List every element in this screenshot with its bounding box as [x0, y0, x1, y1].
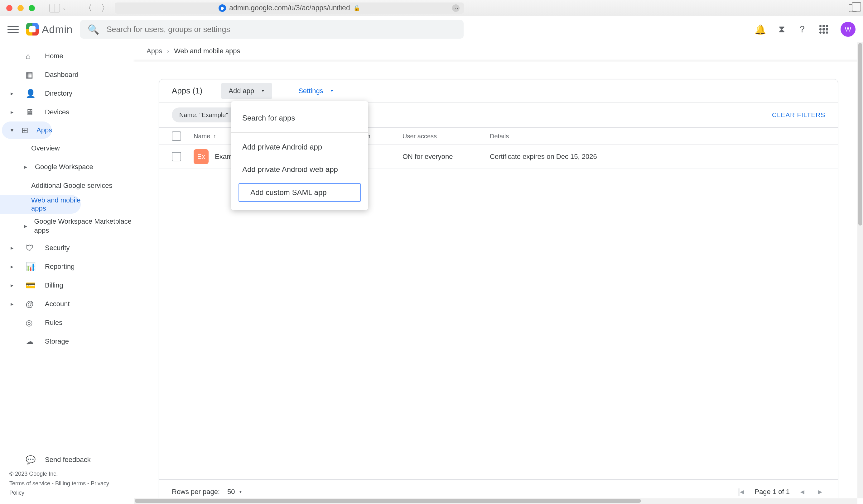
row-checkbox[interactable]: [172, 152, 181, 161]
vertical-scrollbar[interactable]: [858, 42, 863, 499]
sidebar-item-overview[interactable]: Overview: [0, 139, 134, 158]
column-header-user-access[interactable]: User access: [402, 133, 477, 140]
browser-chrome: ⌄ 〈 〉 admin.google.com/u/3/ac/apps/unifi…: [0, 0, 863, 16]
terms-of-service-link[interactable]: Terms of service: [9, 480, 50, 487]
global-search[interactable]: 🔍: [80, 20, 464, 39]
sidebar-item-reporting[interactable]: ▸📊 Reporting: [0, 257, 134, 276]
home-icon: ⌂: [26, 51, 36, 61]
add-app-dropdown: Search for apps Add private Android app …: [231, 101, 368, 210]
sidebar-item-send-feedback[interactable]: 💬 Send feedback: [0, 450, 134, 469]
chevron-right-icon: ▸: [11, 301, 17, 308]
billing-terms-link[interactable]: Billing terms: [55, 480, 86, 487]
site-identity-icon: [218, 4, 226, 12]
sidebar-item-label: Google Workspace: [35, 163, 93, 171]
google-admin-logo-icon: [26, 23, 39, 36]
chevron-right-icon: ▸: [11, 109, 17, 116]
nav-back-icon[interactable]: 〈: [84, 2, 92, 14]
sidebar-item-label: Dashboard: [45, 71, 78, 79]
select-all-checkbox[interactable]: [172, 131, 181, 141]
at-sign-icon: @: [26, 299, 36, 309]
main-menu-button[interactable]: [8, 26, 19, 33]
sidebar-item-web-mobile-apps[interactable]: Web and mobile apps: [0, 195, 81, 214]
bar-chart-icon: 📊: [26, 262, 36, 272]
tab-overview-button[interactable]: ⌄: [49, 4, 66, 12]
product-logo[interactable]: Admin: [26, 23, 73, 36]
rows-per-page-select[interactable]: 50: [227, 488, 242, 496]
page-indicator: Page 1 of 1: [754, 488, 790, 496]
avatar-initial: W: [845, 25, 851, 33]
sort-asc-icon: ↑: [213, 133, 216, 139]
nav-forward-icon[interactable]: 〉: [101, 2, 110, 14]
chevron-right-icon: ▸: [11, 90, 17, 97]
sidebar-item-google-workspace[interactable]: ▸Google Workspace: [0, 158, 134, 176]
page-actions-icon[interactable]: ⋯: [452, 4, 460, 12]
dropdown-item-custom-saml-app[interactable]: Add custom SAML app: [238, 183, 361, 202]
copy-tabs-icon[interactable]: [849, 4, 857, 12]
product-name: Admin: [42, 23, 73, 36]
account-avatar[interactable]: W: [840, 22, 855, 37]
sidebar-item-label: Directory: [45, 89, 72, 98]
first-page-icon[interactable]: |◂: [735, 487, 747, 496]
chevron-right-icon: ▸: [24, 223, 29, 230]
main-content: Apps › Web and mobile apps Apps (1) Add …: [134, 42, 863, 504]
sidebar-item-account[interactable]: ▸@ Account: [0, 295, 134, 313]
settings-button[interactable]: Settings: [291, 83, 341, 99]
breadcrumb: Apps › Web and mobile apps: [134, 42, 863, 60]
google-apps-icon[interactable]: [820, 25, 828, 34]
column-header-details[interactable]: Details: [490, 133, 825, 140]
sidebar-item-dashboard[interactable]: ▦ Dashboard: [0, 65, 134, 84]
sidebar-item-directory[interactable]: ▸👤 Directory: [0, 84, 134, 103]
search-input[interactable]: [107, 25, 456, 34]
notifications-icon[interactable]: 🔔: [754, 24, 766, 35]
sidebar-item-security[interactable]: ▸🛡 Security: [0, 238, 134, 257]
close-window-icon[interactable]: [6, 5, 12, 11]
lock-icon: 🔒: [353, 5, 360, 12]
sidebar-item-label: Additional Google services: [31, 182, 112, 190]
prev-page-icon[interactable]: ◂: [797, 487, 808, 496]
sidebar-item-label: Home: [45, 52, 63, 60]
chevron-right-icon: ▸: [11, 282, 17, 289]
add-app-button[interactable]: Add app: [221, 83, 272, 99]
dashboard-icon: ▦: [26, 70, 36, 80]
sidebar-item-devices[interactable]: ▸🖥 Devices: [0, 103, 134, 121]
maximize-window-icon[interactable]: [29, 5, 35, 11]
tasks-icon[interactable]: ⧗: [778, 24, 785, 35]
url-text: admin.google.com/u/3/ac/apps/unified: [229, 4, 350, 12]
sidebar-item-label: Apps: [37, 126, 52, 134]
chevron-right-icon: ▸: [24, 164, 30, 170]
dropdown-item-private-android-app[interactable]: Add private Android app: [231, 136, 368, 158]
sidebar-item-billing[interactable]: ▸💳 Billing: [0, 276, 134, 295]
apps-grid-icon: ⊞: [22, 126, 28, 135]
sidebar-item-marketplace-apps[interactable]: ▸Google Workspace Marketplace apps: [0, 214, 134, 238]
chevron-right-icon: ▸: [11, 245, 17, 251]
target-icon: ◎: [26, 318, 36, 328]
sidebar-item-home[interactable]: ⌂ Home: [0, 47, 134, 65]
sidebar-item-label: Security: [45, 244, 70, 252]
breadcrumb-root[interactable]: Apps: [147, 47, 162, 55]
sidebar-item-additional-services[interactable]: Additional Google services: [0, 176, 134, 195]
sidebar-item-label: Google Workspace Marketplace apps: [34, 217, 134, 235]
chip-label: Name: "Example": [179, 112, 228, 119]
dropdown-item-private-android-web-app[interactable]: Add private Android web app: [231, 158, 368, 181]
sidebar-item-rules[interactable]: ◎ Rules: [0, 313, 134, 332]
sidebar-item-apps[interactable]: ▾⊞ Apps: [2, 121, 52, 139]
sidebar-item-storage[interactable]: ☁ Storage: [0, 332, 134, 351]
horizontal-scrollbar[interactable]: [134, 499, 858, 504]
sidebar-item-label: Send feedback: [45, 456, 91, 464]
clear-filters-button[interactable]: CLEAR FILTERS: [772, 111, 825, 119]
sidebar-item-label: Devices: [45, 108, 69, 116]
devices-icon: 🖥: [26, 107, 36, 117]
help-icon[interactable]: ？: [798, 23, 807, 36]
minimize-window-icon[interactable]: [17, 5, 24, 11]
sidebar-footer: © 2023 Google Inc. Terms of service - Bi…: [0, 469, 134, 504]
dropdown-item-search-apps[interactable]: Search for apps: [231, 107, 368, 129]
sidebar-layout-icon: [49, 4, 60, 12]
feedback-icon: 💬: [26, 455, 36, 465]
breadcrumb-current: Web and mobile apps: [174, 47, 240, 55]
rows-per-page-label: Rows per page:: [172, 488, 220, 496]
address-bar[interactable]: admin.google.com/u/3/ac/apps/unified 🔒 ⋯: [115, 2, 464, 14]
next-page-icon[interactable]: ▸: [815, 487, 825, 496]
person-icon: 👤: [26, 89, 36, 99]
divider: [231, 132, 368, 133]
chevron-right-icon: ▸: [11, 263, 17, 270]
